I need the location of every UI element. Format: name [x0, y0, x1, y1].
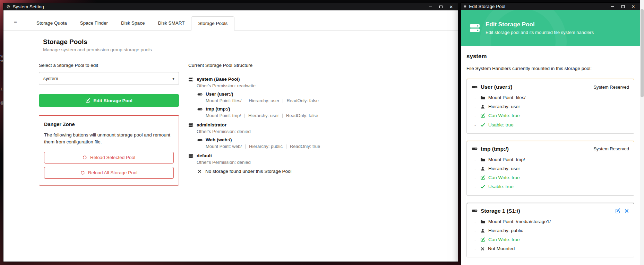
dash: -	[474, 246, 480, 251]
tabs: Storage Quota Space Finder Disk Space Di…	[30, 16, 234, 30]
row-text: Can Write: true	[488, 237, 520, 242]
tab-disk-space[interactable]: Disk Space	[114, 16, 151, 30]
page-title: Storage Pools	[43, 38, 458, 46]
system-setting-body: ≡ Storage Quota Space Finder Disk Space …	[3, 10, 458, 262]
separator	[245, 144, 246, 149]
handler-name: Storage 1 (S1:/)	[481, 208, 520, 214]
dash: -	[474, 113, 480, 118]
desktop-icon-label-fragment: xt	[0, 59, 3, 63]
pool-structure-panel: Current Storage Pool Structure system (B…	[188, 63, 320, 186]
close-button[interactable]: ✕	[628, 3, 638, 10]
pool-name: default	[197, 153, 212, 159]
scrollbar-thumb[interactable]	[641, 9, 644, 97]
handler-card-user: User (user:/) System Reserved - Mount Po…	[466, 79, 634, 134]
pool-node-default: default Other's Permission: denied No st…	[188, 153, 320, 174]
gear-icon: ⚙	[6, 5, 10, 9]
dash: -	[474, 184, 480, 189]
separator	[245, 99, 245, 103]
close-button[interactable]: ✕	[446, 3, 456, 10]
storage-name: tmp (tmp:/)	[206, 106, 230, 112]
row-text: Mount Point: tmp/	[488, 157, 525, 162]
tab-storage-pools[interactable]: Storage Pools	[191, 16, 234, 30]
pool-name: system (Base Pool)	[197, 76, 240, 82]
page-subtitle: Manage system and permission group stora…	[43, 47, 458, 52]
edit-storage-pool-button[interactable]: Edit Storage Pool	[39, 94, 179, 107]
refresh-icon	[83, 155, 87, 160]
tab-storage-quota[interactable]: Storage Quota	[30, 16, 74, 30]
menu-icon[interactable]: ≡	[464, 4, 466, 9]
pool-edit-panel: Select a Storage Pool to edit system ▾ E…	[39, 63, 179, 186]
minimize-button[interactable]	[607, 3, 618, 10]
pool-node-administrator: administrator Other's Permission: denied…	[188, 122, 320, 149]
system-setting-titlebar[interactable]: ⚙ System Setting ✕	[3, 3, 458, 10]
storage-pool-tree: system (Base Pool) Other's Permission: r…	[188, 76, 320, 174]
window-controls: ✕	[425, 3, 456, 10]
banner-subtitle: Edit storage pool and its mounted file s…	[486, 30, 594, 35]
banner-title: Edit Storage Pool	[486, 21, 594, 28]
edit-pool-body: Edit Storage Pool Edit storage pool and …	[461, 10, 640, 265]
storage-name: Web (web:/)	[206, 137, 232, 143]
pool-node-system: system (Base Pool) Other's Permission: r…	[188, 76, 320, 118]
menu-icon[interactable]: ≡	[14, 19, 19, 25]
reload-all-storage-pool-button[interactable]: Reload All Storage Pool	[44, 167, 174, 179]
storage-node-user: User (user:/) Mount Point: files/ Hierar…	[197, 91, 320, 104]
edit-pool-banner: Edit Storage Pool Edit storage pool and …	[461, 10, 640, 46]
handler-row: - Can Write: true	[472, 235, 629, 244]
row-text: Hierarchy: public	[488, 228, 523, 233]
dash: -	[474, 122, 480, 128]
row-text: Usable: true	[488, 122, 514, 128]
row-text: Mount Point: files/	[488, 95, 525, 100]
pool-permission: Other's Permission: denied	[197, 129, 320, 134]
separator	[244, 114, 245, 118]
pool-permission: Other's Permission: readwrite	[197, 83, 320, 89]
structure-title: Current Storage Pool Structure	[188, 63, 320, 68]
reload-selected-pool-button[interactable]: Reload Selected Pool	[44, 152, 174, 164]
remove-handler-button[interactable]	[624, 209, 629, 213]
row-text: Not Mounted	[488, 246, 515, 251]
pool-select[interactable]: system ▾	[39, 72, 179, 85]
handler-row: - Hierarchy: public	[472, 226, 629, 235]
row-text: Hierarchy: user	[488, 104, 520, 109]
window-controls: ✕	[607, 3, 638, 10]
pool-select-label: Select a Storage Pool to edit	[39, 63, 179, 68]
handler-row: - Mount Point: /media/storage1/	[472, 217, 629, 226]
separator	[282, 114, 283, 118]
dash: -	[474, 237, 480, 242]
user-icon	[480, 104, 485, 109]
maximize-icon	[439, 6, 443, 8]
edit-storage-pool-window: ≡ Edit Storage Pool ✕ Edit Storage Pool …	[461, 3, 640, 265]
reload-selected-pool-label: Reload Selected Pool	[90, 155, 135, 160]
minimize-button[interactable]	[425, 3, 436, 10]
storage-meta: Mount Point: web/ Hierarchy: public Read…	[206, 143, 320, 149]
edit-storage-pool-label: Edit Storage Pool	[93, 98, 132, 103]
handler-actions	[615, 208, 629, 213]
hdd-icon	[472, 84, 478, 90]
readonly-text: ReadOnly: false	[286, 98, 319, 104]
user-icon	[480, 166, 485, 171]
handler-row: - Hierarchy: user	[472, 164, 629, 173]
dash: -	[474, 157, 480, 162]
mount-point-text: Mount Point: tmp/	[206, 113, 241, 118]
window-title: Edit Storage Pool	[469, 4, 506, 9]
storage-pools-page: Storage Pools Manage system and permissi…	[3, 30, 458, 186]
handler-row: - Not Mounted	[472, 244, 629, 253]
handlers-description: File System Handlers currently mounted i…	[466, 66, 634, 71]
tab-disk-smart[interactable]: Disk SMART	[151, 16, 191, 30]
edit-icon	[480, 237, 485, 242]
maximize-button[interactable]	[436, 3, 446, 10]
scrollbar[interactable]	[640, 0, 644, 265]
handler-row: - Can Write: true	[472, 111, 629, 120]
edit-pool-titlebar[interactable]: ≡ Edit Storage Pool ✕	[461, 3, 640, 10]
server-icon	[188, 77, 194, 82]
dash: -	[474, 175, 480, 180]
maximize-button[interactable]	[618, 3, 628, 10]
edit-handler-button[interactable]	[615, 208, 620, 213]
dash: -	[474, 104, 480, 109]
hierarchy-text: Hierarchy: user	[248, 113, 279, 118]
pool-name-heading: system	[466, 53, 634, 60]
tab-space-finder[interactable]: Space Finder	[74, 16, 114, 30]
storage-node-web: Web (web:/) Mount Point: web/ Hierarchy:…	[197, 137, 320, 149]
handler-row: - Mount Point: tmp/	[472, 155, 629, 164]
separator	[283, 99, 283, 103]
handler-card-tmp: tmp (tmp:/) System Reserved - Mount Poin…	[466, 141, 634, 196]
